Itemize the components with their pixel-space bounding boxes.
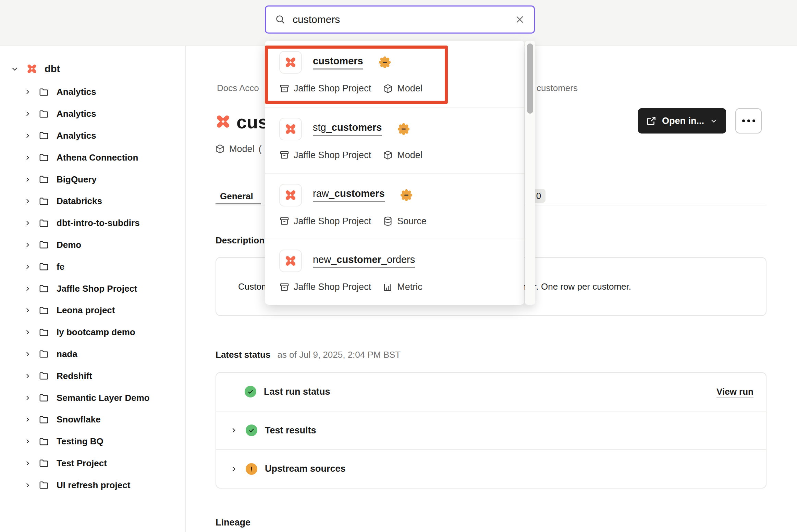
- tree-item-label: Athena Connection: [57, 152, 138, 163]
- folder-icon: [39, 327, 49, 338]
- verified-badge: [379, 56, 391, 68]
- tree-item[interactable]: Snowflake: [0, 409, 185, 431]
- search-input[interactable]: [293, 14, 508, 25]
- tree-item[interactable]: Databricks: [0, 190, 185, 212]
- tree-root-dbt[interactable]: dbt: [0, 58, 185, 79]
- chevron-right-icon[interactable]: [24, 176, 31, 183]
- search-result-item[interactable]: new_customer_orders: [265, 239, 524, 305]
- result-type-label: Metric: [397, 282, 422, 292]
- chevron-right-icon[interactable]: [24, 460, 31, 467]
- tree-item-label: nada: [57, 349, 77, 359]
- search-result-item[interactable]: stg_customers: [265, 107, 524, 173]
- chevron-right-icon[interactable]: [24, 351, 31, 358]
- status-row-label: Test results: [265, 425, 316, 436]
- search-results-list: customers: [265, 41, 524, 305]
- resource-schema-fragment: (: [259, 144, 262, 154]
- test-results-row[interactable]: Test results: [216, 411, 766, 449]
- folder-icon: [39, 283, 49, 294]
- result-tile: [279, 184, 302, 206]
- tree-item[interactable]: Redshift: [0, 365, 185, 387]
- result-name[interactable]: new_customer_orders: [313, 254, 415, 268]
- verified-badge: [398, 123, 409, 135]
- search-result-item[interactable]: customers: [265, 41, 524, 107]
- view-run-link[interactable]: View run: [716, 387, 753, 397]
- folder-icon: [39, 305, 49, 316]
- tab-general[interactable]: General: [220, 191, 253, 202]
- sidebar-divider: [185, 46, 186, 532]
- latest-status-heading: Latest status: [216, 350, 270, 360]
- tree-root-label: dbt: [45, 63, 60, 75]
- result-name[interactable]: raw_customers: [313, 188, 385, 202]
- chevron-right-icon[interactable]: [24, 329, 31, 336]
- folder-icon: [39, 480, 49, 490]
- result-project-label: Jaffle Shop Project: [294, 150, 371, 161]
- dropdown-scrollbar[interactable]: [525, 41, 535, 305]
- chevron-right-icon[interactable]: [24, 110, 31, 117]
- tree-item[interactable]: fe: [0, 256, 185, 278]
- chevron-right-icon[interactable]: [24, 198, 31, 205]
- dbt-logo-root: [26, 63, 38, 75]
- model-cube-icon: [215, 144, 225, 154]
- tree-item[interactable]: Testing BQ: [0, 431, 185, 453]
- chevron-right-icon[interactable]: [24, 482, 31, 489]
- dbt-logo: [284, 56, 297, 69]
- tree-item[interactable]: UI refresh project: [0, 474, 185, 496]
- scrollbar-thumb[interactable]: [527, 43, 533, 114]
- upstream-sources-row[interactable]: Upstream sources: [216, 449, 766, 488]
- global-search[interactable]: [265, 5, 535, 34]
- tree-item[interactable]: BigQuery: [0, 168, 185, 190]
- tree-item[interactable]: ly bootcamp demo: [0, 321, 185, 343]
- folder-icon: [39, 415, 49, 425]
- chevron-right-icon[interactable]: [24, 372, 31, 380]
- project-archive-icon: [279, 282, 290, 292]
- chevron-right-icon[interactable]: [24, 394, 31, 402]
- tree-item[interactable]: Leona project: [0, 300, 185, 321]
- result-tile: [279, 250, 302, 272]
- dbt-logo: [284, 254, 297, 267]
- tree-item[interactable]: dbt-intro-to-subdirs: [0, 212, 185, 234]
- last-run-status-row: Last run status View run: [216, 373, 766, 411]
- latest-status-header: Latest status as of Jul 9, 2025, 2:04 PM…: [216, 350, 401, 360]
- tree-item[interactable]: Analytics: [0, 81, 185, 103]
- chevron-right-icon[interactable]: [24, 241, 31, 249]
- folder-icon: [39, 130, 49, 141]
- chevron-right-icon[interactable]: [24, 307, 31, 314]
- chevron-right-icon[interactable]: [24, 263, 31, 270]
- chevron-right-icon[interactable]: [24, 219, 31, 227]
- tree-item-label: Analytics: [57, 109, 96, 119]
- chevron-right-icon[interactable]: [24, 154, 31, 161]
- search-result-item[interactable]: raw_customers: [265, 173, 524, 239]
- tree-item[interactable]: nada: [0, 343, 185, 365]
- breadcrumb-current: customers: [537, 83, 578, 93]
- chevron-right-icon[interactable]: [24, 88, 31, 96]
- chevron-right-icon[interactable]: [230, 465, 237, 473]
- breadcrumb[interactable]: Docs Acco: [217, 83, 259, 93]
- chevron-right-icon[interactable]: [24, 285, 31, 292]
- tree-item[interactable]: Semantic Layer Demo: [0, 387, 185, 409]
- tree-item[interactable]: Analytics: [0, 103, 185, 125]
- result-name[interactable]: stg_customers: [313, 122, 382, 136]
- source-database-icon: [383, 216, 393, 226]
- chevron-right-icon[interactable]: [24, 438, 31, 445]
- chevron-down-icon[interactable]: [10, 64, 19, 73]
- tree-item[interactable]: Test Project: [0, 453, 185, 474]
- tree-item[interactable]: Jaffle Shop Project: [0, 278, 185, 300]
- result-project-label: Jaffle Shop Project: [294, 83, 371, 94]
- more-actions-button[interactable]: [735, 108, 762, 134]
- chevron-right-icon[interactable]: [24, 416, 31, 423]
- tree-item[interactable]: Analytics: [0, 125, 185, 147]
- status-row-label: Last run status: [264, 387, 330, 397]
- chevron-right-icon[interactable]: [24, 132, 31, 139]
- tree-item-label: Leona project: [57, 305, 115, 316]
- open-in-label: Open in...: [662, 116, 704, 126]
- open-in-button[interactable]: Open in...: [638, 108, 726, 134]
- clear-x-icon[interactable]: [515, 14, 525, 25]
- search-icon: [275, 14, 286, 25]
- folder-icon: [39, 152, 49, 163]
- result-name[interactable]: customers: [313, 55, 363, 69]
- chevron-right-icon[interactable]: [230, 427, 237, 434]
- tree-item-label: Redshift: [57, 371, 92, 381]
- tree-item-label: Analytics: [57, 130, 96, 141]
- tree-item[interactable]: Athena Connection: [0, 147, 185, 168]
- tree-item[interactable]: Demo: [0, 234, 185, 256]
